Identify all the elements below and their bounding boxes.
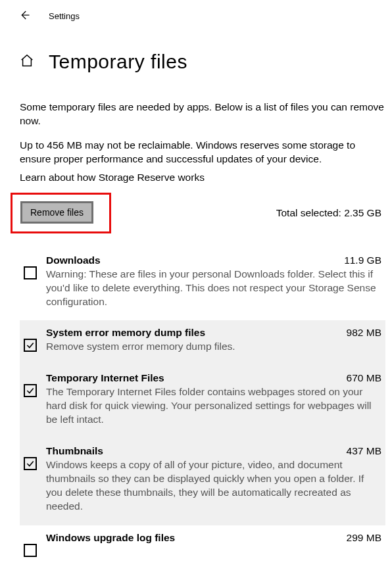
file-size: 11.9 GB (344, 254, 381, 266)
file-head: Downloads11.9 GB (46, 254, 381, 266)
checkbox[interactable] (24, 384, 37, 397)
checkbox-col (24, 532, 37, 557)
title-row: Temporary files (0, 30, 392, 73)
checkbox[interactable] (24, 266, 37, 279)
file-head: Temporary Internet Files670 MB (46, 372, 381, 384)
header-bar: Settings (0, 0, 392, 30)
checkbox-col (24, 254, 37, 309)
file-item[interactable]: Thumbnails437 MBWindows keeps a copy of … (20, 439, 385, 525)
file-item[interactable]: Windows upgrade log files299 MB (20, 525, 385, 569)
file-body: Thumbnails437 MBWindows keeps a copy of … (46, 445, 381, 514)
home-icon[interactable] (20, 53, 34, 70)
file-head: Windows upgrade log files299 MB (46, 532, 381, 544)
checkbox[interactable] (24, 544, 37, 557)
file-title: Thumbnails (46, 445, 103, 457)
file-title: Downloads (46, 254, 101, 266)
file-body: Windows upgrade log files299 MB (46, 532, 381, 557)
checkbox-col (24, 372, 37, 427)
file-title: Windows upgrade log files (46, 532, 175, 544)
file-item[interactable]: System error memory dump files982 MBRemo… (20, 320, 385, 366)
intro-text: Some temporary files are needed by apps.… (20, 101, 385, 128)
checkbox-col (24, 445, 37, 514)
file-size: 670 MB (347, 372, 381, 384)
learn-link[interactable]: Learn about how Storage Reserve works (20, 172, 385, 183)
file-title: Temporary Internet Files (46, 372, 164, 384)
file-head: Thumbnails437 MB (46, 445, 381, 457)
back-arrow-icon[interactable] (18, 9, 30, 23)
file-item[interactable]: Temporary Internet Files670 MBThe Tempor… (20, 366, 385, 439)
file-list: Downloads11.9 GBWarning: These are files… (20, 248, 385, 569)
checkbox-col (24, 327, 37, 354)
highlight-box: Remove files (11, 193, 111, 233)
file-size: 982 MB (347, 327, 381, 339)
file-body: Downloads11.9 GBWarning: These are files… (46, 254, 381, 309)
action-row: Remove files Total selected: 2.35 GB (20, 193, 385, 233)
file-item[interactable]: Downloads11.9 GBWarning: These are files… (20, 248, 385, 321)
reserve-text: Up to 456 MB may not be reclaimable. Win… (20, 139, 385, 166)
file-desc: Windows keeps a copy of all of your pict… (46, 458, 381, 514)
content-area: Some temporary files are needed by apps.… (0, 73, 392, 569)
page-title: Temporary files (49, 51, 187, 73)
total-selected-label: Total selected: 2.35 GB (276, 207, 381, 219)
file-desc: Warning: These are files in your persona… (46, 268, 381, 309)
file-body: Temporary Internet Files670 MBThe Tempor… (46, 372, 381, 427)
file-size: 299 MB (347, 532, 381, 544)
file-title: System error memory dump files (46, 327, 205, 339)
file-head: System error memory dump files982 MB (46, 327, 381, 339)
file-desc: Remove system error memory dump files. (46, 340, 381, 354)
file-desc: The Temporary Internet Files folder cont… (46, 385, 381, 427)
file-size: 437 MB (347, 445, 381, 457)
checkbox[interactable] (24, 339, 37, 352)
remove-files-button[interactable]: Remove files (20, 201, 93, 224)
file-body: System error memory dump files982 MBRemo… (46, 327, 381, 354)
header-label: Settings (49, 11, 80, 21)
checkbox[interactable] (24, 457, 37, 470)
